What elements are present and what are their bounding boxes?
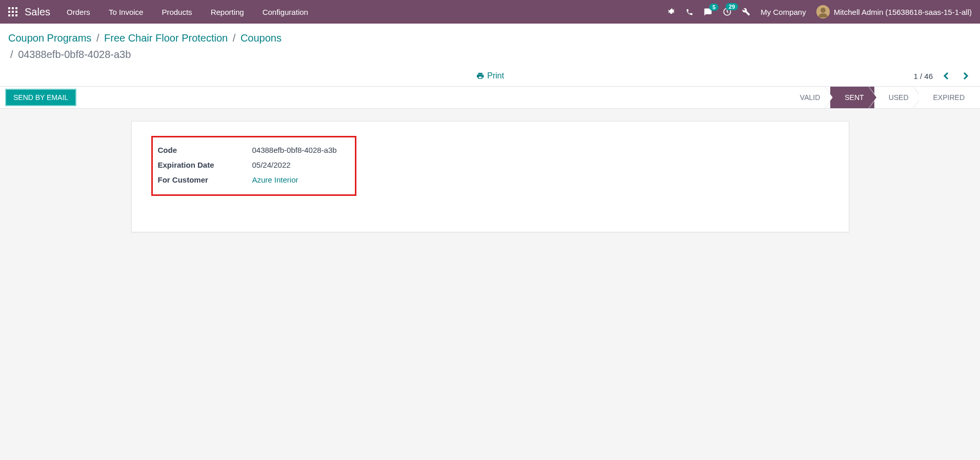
navbar-right: 5 29 My Company Mitchell Admin (15638618… — [667, 5, 972, 18]
breadcrumb-coupons[interactable]: Coupons — [241, 32, 282, 44]
status-step-used[interactable]: USED — [874, 87, 919, 108]
status-step-sent[interactable]: SENT — [830, 87, 874, 108]
menu-to-invoice[interactable]: To Invoice — [109, 8, 144, 16]
svg-rect-4 — [12, 11, 14, 13]
field-customer: For Customer Azure Interior — [153, 172, 355, 187]
highlighted-fields-box: Code 04388efb-0bf8-4028-a3b Expiration D… — [151, 136, 356, 196]
top-navbar: Sales Orders To Invoice Products Reporti… — [0, 0, 980, 24]
pager: 1 / 46 — [913, 71, 972, 81]
breadcrumb-separator: / — [96, 32, 99, 44]
code-label: Code — [158, 146, 252, 154]
svg-rect-1 — [12, 7, 14, 9]
status-steps: VALID SENT USED EXPIRED — [786, 87, 975, 108]
breadcrumb-coupon-programs[interactable]: Coupon Programs — [8, 32, 91, 44]
svg-rect-6 — [8, 14, 10, 16]
activities-badge: 29 — [726, 3, 738, 10]
breadcrumb-separator: / — [10, 49, 13, 60]
company-switcher[interactable]: My Company — [761, 8, 806, 16]
svg-rect-2 — [15, 7, 17, 9]
tools-icon[interactable] — [742, 8, 750, 16]
phone-icon[interactable] — [686, 8, 693, 16]
menu-reporting[interactable]: Reporting — [211, 8, 244, 16]
send-by-email-button[interactable]: SEND BY EMAIL — [5, 89, 76, 106]
breadcrumb-current: 04388efb-0bf8-4028-a3b — [18, 49, 131, 60]
pager-next[interactable] — [959, 71, 972, 81]
status-step-expired[interactable]: EXPIRED — [919, 87, 975, 108]
menu-configuration[interactable]: Configuration — [263, 8, 308, 16]
apps-menu-icon[interactable] — [8, 7, 17, 16]
expiration-value: 05/24/2022 — [252, 161, 291, 169]
code-value: 04388efb-0bf8-4028-a3b — [252, 146, 337, 154]
avatar — [816, 5, 830, 18]
customer-label: For Customer — [158, 175, 252, 184]
field-expiration: Expiration Date 05/24/2022 — [153, 157, 355, 172]
svg-rect-5 — [15, 11, 17, 13]
svg-rect-7 — [12, 14, 14, 16]
messages-badge: 5 — [709, 4, 718, 11]
pager-text: 1 / 46 — [913, 72, 933, 81]
form-container: Code 04388efb-0bf8-4028-a3b Expiration D… — [0, 109, 980, 245]
content-header: Coupon Programs / Free Chair Floor Prote… — [0, 24, 980, 68]
breadcrumb-program-name[interactable]: Free Chair Floor Protection — [104, 32, 228, 44]
user-name: Mitchell Admin (15638618-saas-15-1-all) — [834, 8, 972, 16]
breadcrumb-separator: / — [233, 32, 236, 44]
print-label: Print — [487, 71, 504, 81]
user-menu[interactable]: Mitchell Admin (15638618-saas-15-1-all) — [816, 5, 972, 18]
activities-icon[interactable]: 29 — [723, 7, 732, 16]
breadcrumb: Coupon Programs / Free Chair Floor Prote… — [8, 30, 972, 63]
customer-value[interactable]: Azure Interior — [252, 175, 298, 184]
debug-icon[interactable] — [667, 8, 675, 16]
status-step-valid[interactable]: VALID — [786, 87, 830, 108]
svg-rect-0 — [8, 7, 10, 9]
svg-point-11 — [821, 8, 826, 13]
app-brand[interactable]: Sales — [25, 6, 50, 18]
field-code: Code 04388efb-0bf8-4028-a3b — [153, 143, 355, 157]
messages-icon[interactable]: 5 — [704, 8, 712, 16]
svg-rect-3 — [8, 11, 10, 13]
form-sheet: Code 04388efb-0bf8-4028-a3b Expiration D… — [131, 121, 849, 232]
print-icon — [476, 72, 484, 80]
expiration-label: Expiration Date — [158, 161, 252, 169]
menu-orders[interactable]: Orders — [67, 8, 90, 16]
print-button[interactable]: Print — [476, 71, 504, 81]
toolbar-row: Print 1 / 46 — [0, 68, 980, 86]
statusbar: SEND BY EMAIL VALID SENT USED EXPIRED — [0, 86, 980, 109]
menu-products[interactable]: Products — [162, 8, 192, 16]
pager-prev[interactable] — [940, 71, 952, 81]
svg-rect-8 — [15, 14, 17, 16]
navbar-menu: Orders To Invoice Products Reporting Con… — [67, 8, 308, 16]
